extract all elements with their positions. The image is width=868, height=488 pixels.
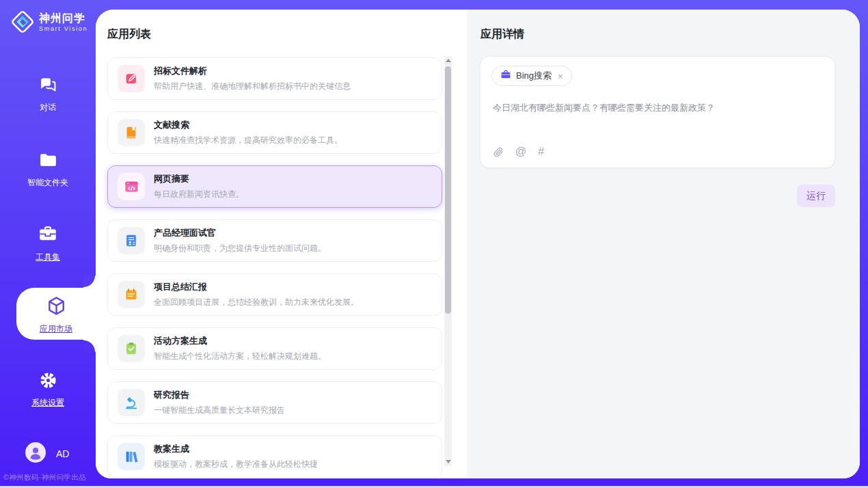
app-list-item[interactable]: 项目总结汇报全面回顾项目进展，总结经验教训，助力未来优化发展。 (107, 273, 442, 316)
sidebar-item-label: 工具集 (0, 252, 96, 263)
sidebar-item-label: 应用市场 (16, 323, 96, 335)
scroll-up-icon[interactable] (446, 59, 451, 62)
app-item-description: 明确身份和职责，为您提供专业性的面试问题。 (154, 243, 326, 254)
briefcase-icon (500, 69, 511, 83)
app-item-description: 全面回顾项目进展，总结经验教训，助力未来优化发展。 (154, 297, 359, 308)
prompt-card: Bing搜索 × 今日湖北有哪些新闻要点？有哪些需要关注的最新政策？ @ # (480, 56, 835, 168)
active-tab-curve-bottom (83, 340, 96, 352)
edit-square-icon (118, 65, 145, 92)
avatar (25, 442, 46, 465)
tag-close-icon[interactable]: × (558, 72, 563, 81)
app-item-description: 智能生成个性化活动方案，轻松解决规划难题。 (154, 351, 326, 362)
sidebar-item-system-settings[interactable]: 系统设置 (0, 370, 96, 409)
research-icon (118, 389, 145, 416)
folder-icon (38, 150, 58, 171)
active-tab-curve-top (83, 275, 96, 288)
app-detail-title: 应用详情 (480, 27, 524, 42)
sidebar: 神州问学 Smart Vision 对话智能文件夹工具集应用市场系统设置 AD … (0, 0, 96, 488)
app-item-title: 网页摘要 (154, 173, 244, 185)
app-list: 招标文件解析帮助用户快速、准确地理解和解析招标书中的关键信息文献搜索快速精准查找… (107, 57, 442, 478)
brand-logo: 神州问学 Smart Vision (10, 8, 87, 36)
app-item-title: 招标文件解析 (154, 65, 351, 77)
at-icon[interactable]: @ (515, 146, 526, 158)
web-code-icon (118, 173, 145, 200)
composer-toolbar: @ # (493, 146, 544, 158)
copyright: ©神州数码·神州问学出品 (3, 473, 86, 483)
paperclip-icon[interactable] (493, 146, 504, 158)
app-item-description: 模板驱动，教案秒成，教学准备从此轻松快捷 (154, 459, 318, 470)
app-list-item[interactable]: 教案生成模板驱动，教案秒成，教学准备从此轻松快捷 (107, 435, 442, 478)
brand-logo-icon (10, 8, 36, 36)
scrollbar[interactable] (444, 56, 452, 466)
app-item-description: 一键智能生成高质量长文本研究报告 (154, 405, 285, 416)
app-item-description: 快速精准查找学术资源，提高研究效率的必备工具。 (154, 135, 342, 146)
interview-doc-icon (118, 227, 145, 254)
app-list-item[interactable]: 网页摘要每日政府新闻资讯快查。 (107, 165, 442, 208)
sidebar-item-label: 对话 (0, 102, 96, 113)
app-item-title: 教案生成 (154, 443, 318, 455)
brand-subtitle: Smart Vision (39, 25, 87, 32)
app-list-panel: 应用列表 招标文件解析帮助用户快速、准确地理解和解析招标书中的关键信息文献搜索快… (96, 10, 467, 478)
scrollbar-thumb[interactable] (445, 66, 451, 314)
clipboard-check-icon (118, 335, 145, 362)
sidebar-item-label: 系统设置 (0, 397, 96, 409)
app-list-item[interactable]: 产品经理面试官明确身份和职责，为您提供专业性的面试问题。 (107, 219, 442, 262)
user-name: AD (56, 448, 69, 459)
app-list-title: 应用列表 (107, 27, 151, 42)
cube-icon (46, 295, 67, 316)
sidebar-item-chat[interactable]: 对话 (0, 75, 96, 113)
app-item-description: 帮助用户快速、准确地理解和解析招标书中的关键信息 (154, 81, 351, 92)
app-item-title: 项目总结汇报 (154, 281, 359, 293)
app-item-title: 活动方案生成 (154, 335, 326, 347)
app-item-title: 研究报告 (154, 389, 285, 401)
prompt-input[interactable]: 今日湖北有哪些新闻要点？有哪些需要关注的最新政策？ (493, 102, 822, 114)
app-list-item[interactable]: 文献搜索快速精准查找学术资源，提高研究效率的必备工具。 (107, 111, 442, 154)
app-item-description: 每日政府新闻资讯快查。 (154, 189, 244, 200)
scroll-down-icon[interactable] (446, 460, 451, 463)
hash-icon[interactable]: # (538, 146, 544, 158)
sidebar-item-smart-folders[interactable]: 智能文件夹 (0, 150, 96, 189)
app-list-item[interactable]: 活动方案生成智能生成个性化活动方案，轻松解决规划难题。 (107, 327, 442, 370)
app-detail-panel: 应用详情 Bing搜索 × 今日湖北有哪些新闻要点？有哪些需要关注的最新政策？ … (467, 10, 860, 478)
user-account[interactable]: AD (25, 442, 69, 465)
tool-tag-label: Bing搜索 (516, 70, 552, 82)
toolbox-icon (38, 224, 58, 245)
notepad-icon (118, 281, 145, 308)
tool-tag[interactable]: Bing搜索 × (491, 66, 572, 86)
brand-name: 神州问学 (39, 12, 87, 25)
book-icon (118, 119, 145, 146)
sidebar-item-label: 智能文件夹 (0, 177, 96, 189)
main-content: 应用列表 招标文件解析帮助用户快速、准确地理解和解析招标书中的关键信息文献搜索快… (96, 10, 860, 478)
sidebar-item-toolset[interactable]: 工具集 (0, 224, 96, 263)
app-list-item[interactable]: 研究报告一键智能生成高质量长文本研究报告 (107, 381, 442, 424)
app-list-item[interactable]: 招标文件解析帮助用户快速、准确地理解和解析招标书中的关键信息 (107, 57, 442, 100)
sidebar-item-app-market[interactable]: 应用市场 (16, 288, 96, 340)
chat-icon (38, 75, 58, 96)
books-icon (118, 443, 145, 470)
gear-icon (38, 370, 58, 391)
app-item-title: 文献搜索 (154, 119, 342, 131)
app-item-title: 产品经理面试官 (154, 227, 326, 239)
run-button[interactable]: 运行 (797, 185, 835, 207)
